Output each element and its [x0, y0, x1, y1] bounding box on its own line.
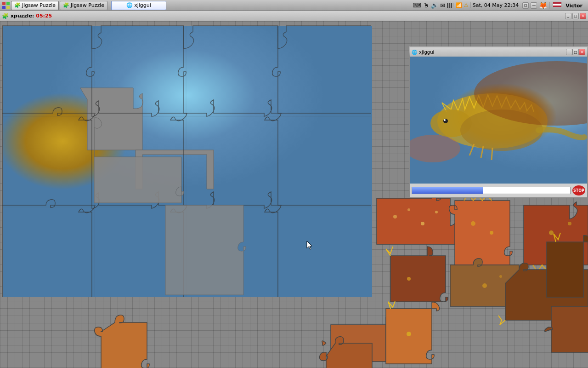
xpuzzle-label: Jigsaw Puzzle — [22, 2, 56, 8]
svg-point-10 — [407, 208, 410, 211]
svg-point-12 — [435, 211, 438, 213]
window-maximize-btn[interactable]: □ — [572, 13, 579, 19]
window-close-btn[interactable]: ✕ — [580, 13, 586, 19]
puzzle-background — [2, 26, 372, 297]
svg-point-19 — [499, 275, 502, 278]
network-icon: 📶 — [456, 2, 462, 8]
svg-point-15 — [549, 230, 554, 235]
taskbar-right: ⌨ 🖱 🔊 ✉ 📶 ⚠ Sat, 04 May 22:34 ◻ — 🦊 Vict… — [413, 1, 588, 10]
svg-point-25 — [444, 119, 446, 121]
preview-app-name: xjiggui — [419, 50, 434, 55]
svg-point-14 — [490, 231, 493, 235]
preview-svg — [410, 57, 587, 184]
svg-rect-2 — [2, 6, 6, 9]
puzzle-canvas[interactable]: 🌐 xjiggui _ □ ✕ — [0, 21, 588, 368]
app-menu-icon[interactable] — [2, 1, 10, 10]
preview-maximize-btn[interactable]: □ — [572, 49, 579, 55]
clock: Sat, 04 May 22:34 — [470, 2, 520, 8]
svg-point-20 — [407, 332, 411, 336]
window-timer: 05:25 — [36, 13, 52, 19]
window-title-bar: 🧩 xpuzzle: 05:25 _ □ ✕ — [0, 11, 588, 21]
taskbar-browser[interactable]: 🌐 xjiggui — [111, 1, 166, 10]
window-restore-btn[interactable]: ◻ — [522, 2, 529, 9]
svg-point-24 — [443, 119, 448, 123]
firefox-icon[interactable]: 🦊 — [539, 1, 548, 10]
thorny-devil-image — [3, 26, 372, 297]
browser-label: xjiggui — [134, 2, 151, 8]
window-controls: _ □ ✕ — [565, 13, 586, 19]
puzzle-board — [2, 26, 372, 297]
svg-rect-3 — [6, 6, 10, 9]
taskbar: 🧩 Jigsaw Puzzle 🧩 Jigsaw Puzzle 🌐 xjiggu… — [0, 0, 588, 11]
user-section: Victor — [549, 2, 585, 9]
battery-icon — [447, 3, 454, 8]
progress-bar-background — [412, 187, 571, 194]
svg-point-17 — [407, 277, 411, 281]
jigsaw-label: Jigsaw Puzzle — [71, 2, 104, 8]
preview-window: 🌐 xjiggui _ □ ✕ — [409, 46, 588, 198]
stop-button[interactable]: STOP — [572, 185, 585, 196]
preview-image — [410, 57, 587, 184]
mouse-icon: 🖱 — [423, 2, 429, 9]
mail-icon: ✉ — [440, 2, 445, 9]
svg-point-9 — [393, 215, 397, 218]
svg-point-11 — [421, 222, 424, 225]
svg-point-13 — [471, 221, 475, 226]
warning-icon: ⚠ — [464, 2, 469, 8]
taskbar-left: 🧩 Jigsaw Puzzle 🧩 Jigsaw Puzzle — [0, 1, 109, 10]
username: Victor — [565, 3, 582, 9]
taskbar-xpuzzle[interactable]: 🧩 Jigsaw Puzzle — [11, 1, 59, 10]
svg-point-18 — [482, 283, 487, 288]
svg-rect-1 — [6, 2, 10, 5]
flag-icon — [553, 2, 562, 7]
preview-app-icon: 🌐 — [412, 50, 417, 55]
progress-bar-fill — [412, 187, 483, 194]
volume-icon: 🔊 — [431, 2, 438, 9]
preview-title-bar[interactable]: 🌐 xjiggui _ □ ✕ — [410, 47, 587, 57]
jigsaw-icon: 🧩 — [63, 2, 69, 8]
preview-progress: STOP — [410, 184, 587, 197]
window-iconify-btn[interactable]: — — [531, 2, 537, 9]
taskbar-jigsaw[interactable]: 🧩 Jigsaw Puzzle — [60, 1, 107, 10]
window-minimize-btn[interactable]: _ — [565, 13, 571, 19]
window-app-name: xpuzzle: — [11, 13, 34, 19]
xpuzzle-icon: 🧩 — [14, 2, 21, 8]
svg-point-16 — [568, 222, 571, 225]
keyboard-icon: ⌨ — [413, 2, 421, 9]
taskbar-center: 🌐 xjiggui — [111, 1, 166, 10]
window-app-icon: 🧩 — [2, 13, 9, 19]
preview-close-btn[interactable]: ✕ — [579, 49, 585, 55]
browser-icon: 🌐 — [126, 2, 133, 8]
svg-rect-0 — [2, 2, 6, 5]
preview-minimize-btn[interactable]: _ — [566, 49, 572, 55]
